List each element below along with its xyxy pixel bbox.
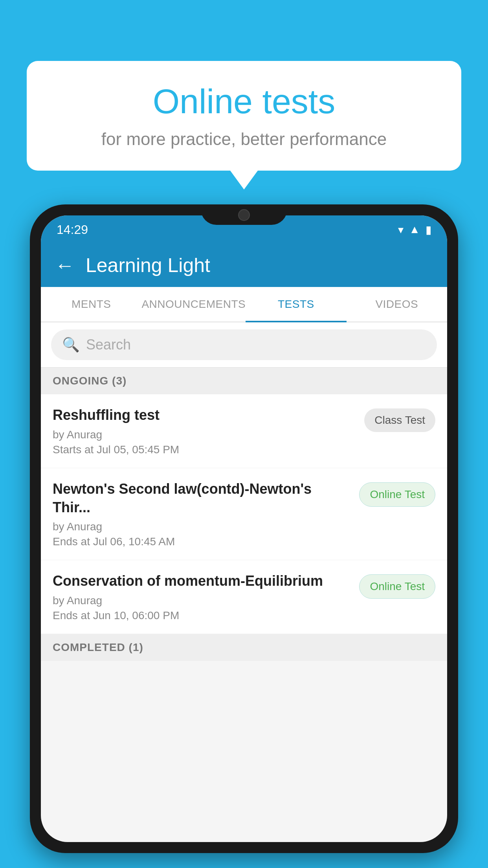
phone-outer: 14:29 ▾ ▲ ▮ ← Learning Light MENTS ANNOU…	[30, 204, 458, 853]
app-title: Learning Light	[86, 254, 210, 277]
test-badge-3: Online Test	[359, 574, 435, 599]
status-icons: ▾ ▲ ▮	[398, 223, 431, 236]
tab-ments[interactable]: MENTS	[41, 287, 141, 322]
speech-bubble-subtitle: for more practice, better performance	[50, 129, 438, 149]
test-author-1: by Anurag	[53, 428, 356, 441]
test-info-1: Reshuffling test by Anurag Starts at Jul…	[53, 406, 356, 456]
tab-tests[interactable]: TESTS	[246, 287, 346, 322]
phone-container: 14:29 ▾ ▲ ▮ ← Learning Light MENTS ANNOU…	[30, 204, 458, 868]
test-item-reshuffling[interactable]: Reshuffling test by Anurag Starts at Jul…	[41, 394, 447, 468]
wifi-icon: ▾	[398, 223, 404, 236]
app-bar: ← Learning Light	[41, 244, 447, 287]
phone-notch	[201, 204, 287, 225]
speech-bubble-title: Online tests	[50, 83, 438, 121]
test-time-2: Ends at Jul 06, 10:45 AM	[53, 535, 351, 548]
completed-section-header: COMPLETED (1)	[41, 634, 447, 661]
completed-section-title: COMPLETED (1)	[53, 641, 143, 653]
search-input-wrapper[interactable]: 🔍 Search	[51, 329, 437, 360]
test-badge-2: Online Test	[359, 482, 435, 507]
test-author-2: by Anurag	[53, 520, 351, 533]
test-info-2: Newton's Second law(contd)-Newton's Thir…	[53, 480, 351, 548]
test-name-1: Reshuffling test	[53, 406, 356, 425]
test-info-3: Conservation of momentum-Equilibrium by …	[53, 572, 351, 622]
ongoing-section-header: ONGOING (3)	[41, 368, 447, 394]
test-author-3: by Anurag	[53, 594, 351, 607]
test-time-3: Ends at Jun 10, 06:00 PM	[53, 609, 351, 622]
test-time-1: Starts at Jul 05, 05:45 PM	[53, 443, 356, 456]
search-icon: 🔍	[62, 337, 80, 353]
test-name-2: Newton's Second law(contd)-Newton's Thir…	[53, 480, 351, 517]
test-name-3: Conservation of momentum-Equilibrium	[53, 572, 351, 590]
status-time: 14:29	[57, 223, 88, 237]
phone-screen: 14:29 ▾ ▲ ▮ ← Learning Light MENTS ANNOU…	[41, 215, 447, 842]
test-item-newton[interactable]: Newton's Second law(contd)-Newton's Thir…	[41, 468, 447, 561]
phone-camera	[238, 209, 250, 221]
battery-icon: ▮	[426, 223, 431, 236]
ongoing-section-title: ONGOING (3)	[53, 375, 127, 387]
tab-videos[interactable]: VIDEOS	[347, 287, 447, 322]
search-placeholder: Search	[86, 337, 131, 353]
back-button[interactable]: ←	[55, 256, 75, 275]
test-item-conservation[interactable]: Conservation of momentum-Equilibrium by …	[41, 560, 447, 634]
search-container: 🔍 Search	[41, 322, 447, 368]
signal-icon: ▲	[409, 223, 420, 236]
speech-bubble: Online tests for more practice, better p…	[27, 61, 461, 171]
test-badge-1: Class Test	[364, 408, 435, 432]
tabs-bar: MENTS ANNOUNCEMENTS TESTS VIDEOS	[41, 287, 447, 322]
tab-announcements[interactable]: ANNOUNCEMENTS	[141, 287, 246, 322]
